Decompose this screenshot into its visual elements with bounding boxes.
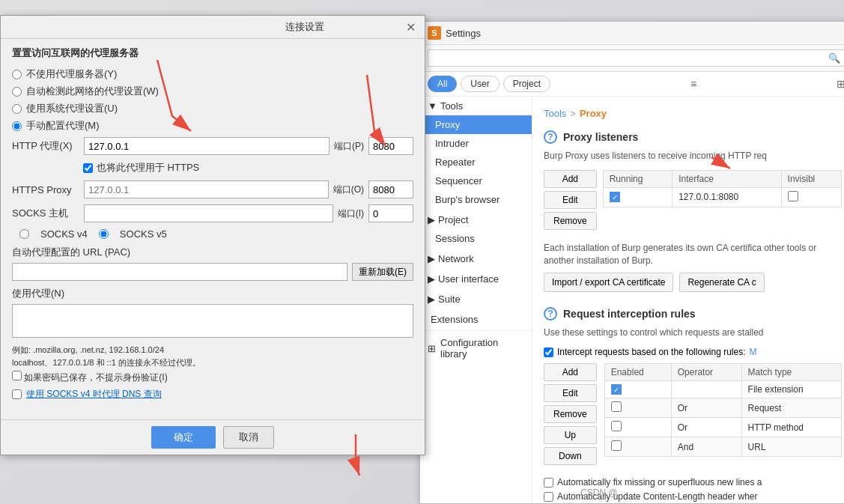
dns-label[interactable]: 使用 SOCKS v4 时代理 DNS 查询: [26, 388, 162, 401]
https-checkbox[interactable]: [83, 163, 93, 173]
rule1-checkbox[interactable]: ✓: [611, 384, 622, 395]
credential-hint: 如果密码已保存，不提示身份验证(I): [12, 371, 413, 384]
pac-reload-button[interactable]: 重新加载(E): [352, 263, 413, 281]
radio-no-proxy: 不使用代理服务器(Y): [12, 67, 413, 81]
remove-listener-button[interactable]: Remove: [544, 212, 597, 230]
intercept-table-area: Add Edit Remove Up Down Enabled Operator: [544, 363, 842, 471]
import-export-ca-button[interactable]: Import / export CA certificate: [544, 273, 673, 292]
radio-system-proxy: 使用系统代理设置(U): [12, 102, 413, 115]
search-input[interactable]: [433, 52, 825, 64]
burp-title: Settings: [446, 28, 481, 39]
auto-update-checkbox[interactable]: [544, 492, 553, 502]
config-library-item[interactable]: ⊞ Configuration library: [420, 330, 532, 365]
port-i-input[interactable]: [368, 204, 413, 222]
running-checkbox[interactable]: ✓: [610, 192, 620, 202]
sidebar-item-proxy[interactable]: Proxy: [420, 115, 532, 134]
ok-button[interactable]: 确定: [151, 426, 216, 449]
sidebar-group-ui-header[interactable]: ▶ User interface: [420, 270, 532, 288]
dialog-footer: 确定 取消: [1, 419, 425, 455]
sidebar-group-suite-header[interactable]: ▶ Suite: [420, 290, 532, 309]
auto-detect-radio[interactable]: [12, 87, 22, 97]
no-proxy-section-label: 使用代理(N): [12, 287, 413, 300]
sidebar-group-network-header[interactable]: ▶ Network: [420, 249, 532, 268]
edit-rule-button[interactable]: Edit: [544, 384, 597, 402]
tab-all[interactable]: All: [428, 76, 457, 92]
chevron-right-icon-4: ▶: [428, 294, 435, 305]
sidebar-item-repeater[interactable]: Repeater: [420, 153, 532, 171]
listeners-table-wrapper: Running Interface Invisibl ✓: [603, 170, 842, 236]
http-proxy-label: HTTP 代理(X): [12, 139, 79, 153]
request-interception-desc: Use these settings to control which requ…: [544, 327, 842, 339]
enabled-cell-1: ✓: [604, 381, 671, 398]
tab-project[interactable]: Project: [503, 76, 550, 92]
table-row: ✓ 127.0.0.1:8080: [603, 187, 841, 207]
port-i-label: 端口(I): [338, 207, 364, 220]
up-rule-button[interactable]: Up: [544, 426, 597, 444]
https-proxy-input[interactable]: [84, 180, 329, 198]
https-checkbox-row: 也将此代理用于 HTTPS: [83, 161, 413, 174]
grid-icon[interactable]: ⊞: [837, 78, 844, 90]
running-cell: ✓: [603, 187, 672, 207]
dns-checkbox[interactable]: [12, 389, 22, 399]
manual-proxy-label: 手动配置代理(M): [26, 119, 100, 133]
invisible-cell: [781, 187, 841, 207]
port-o-label: 端口(O): [333, 183, 364, 196]
system-proxy-radio[interactable]: [12, 104, 22, 114]
sidebar-item-burp-browser[interactable]: Burp's browser: [420, 190, 532, 209]
intercept-enabled-checkbox[interactable]: [544, 347, 553, 357]
regenerate-ca-button[interactable]: Regenerate CA c: [679, 273, 764, 292]
intercept-link[interactable]: M: [749, 347, 756, 357]
rule3-checkbox[interactable]: [611, 421, 622, 431]
proxy-listeners-section: ? Proxy listeners Burp Proxy uses listen…: [544, 130, 842, 292]
auto-fix-checkbox[interactable]: [544, 478, 553, 488]
socks5-radio[interactable]: [99, 229, 109, 239]
rule2-checkbox[interactable]: [611, 401, 622, 412]
tabs-row: All User Project ≡ ⊞: [420, 72, 844, 97]
sidebar-item-intruder[interactable]: Intruder: [420, 134, 532, 153]
cancel-button[interactable]: 取消: [223, 426, 274, 449]
filter-icon[interactable]: ≡: [690, 78, 696, 90]
rule4-checkbox[interactable]: [611, 440, 622, 451]
dns-row: 使用 SOCKS v4 时代理 DNS 查询: [12, 388, 413, 401]
add-listener-button[interactable]: Add: [544, 170, 597, 188]
socks4-label: SOCKS v4: [40, 228, 88, 240]
invisible-checkbox[interactable]: [788, 191, 798, 201]
no-proxy-radio[interactable]: [12, 70, 22, 79]
sidebar-item-sequencer[interactable]: Sequencer: [420, 171, 532, 190]
search-icon: 🔍: [828, 52, 840, 64]
chevron-right-icon: ▶: [428, 214, 435, 225]
port-o-input[interactable]: [368, 180, 413, 198]
manual-proxy-radio[interactable]: [12, 121, 22, 131]
no-proxy-input[interactable]: [12, 304, 413, 338]
http-proxy-input[interactable]: [84, 137, 330, 155]
edit-listener-button[interactable]: Edit: [544, 191, 597, 209]
sidebar-group-extensions: Extensions: [420, 310, 532, 329]
credential-checkbox[interactable]: [12, 371, 22, 380]
port-p-input[interactable]: [368, 137, 413, 155]
proxy-listeners-icon: ?: [544, 130, 557, 144]
socks-input[interactable]: [84, 204, 333, 222]
csdn-watermark: CSDN @: [580, 488, 618, 498]
no-proxy-label: 不使用代理服务器(Y): [26, 67, 117, 81]
https-proxy-row: HTTPS Proxy 端口(O): [12, 180, 413, 198]
breadcrumb-parent[interactable]: Tools: [544, 108, 566, 119]
socks-row: SOCKS 主机 端口(I): [12, 204, 413, 222]
dialog-close-button[interactable]: ✕: [404, 20, 417, 34]
sidebar-group-extensions-header[interactable]: Extensions: [420, 310, 532, 329]
add-rule-button[interactable]: Add: [544, 363, 597, 381]
down-rule-button[interactable]: Down: [544, 447, 597, 465]
sidebar-group-tools-header[interactable]: ▼ Tools: [420, 97, 532, 115]
socks4-radio[interactable]: [19, 229, 29, 239]
request-interception-icon: ?: [544, 307, 557, 321]
no-proxy-input-row: [12, 304, 413, 340]
tab-user[interactable]: User: [461, 76, 499, 92]
col-match-type: Match type: [741, 364, 841, 381]
sidebar-group-project: ▶ Project Sessions: [420, 210, 532, 248]
sidebar-item-sessions[interactable]: Sessions: [420, 229, 532, 248]
remove-rule-button[interactable]: Remove: [544, 405, 597, 423]
sidebar-group-project-header[interactable]: ▶ Project: [420, 210, 532, 229]
pac-input[interactable]: [12, 263, 347, 281]
table-row: And URL: [604, 437, 841, 457]
pac-label: 自动代理配置的 URL (PAC): [12, 246, 413, 259]
col-running: Running: [603, 170, 672, 187]
